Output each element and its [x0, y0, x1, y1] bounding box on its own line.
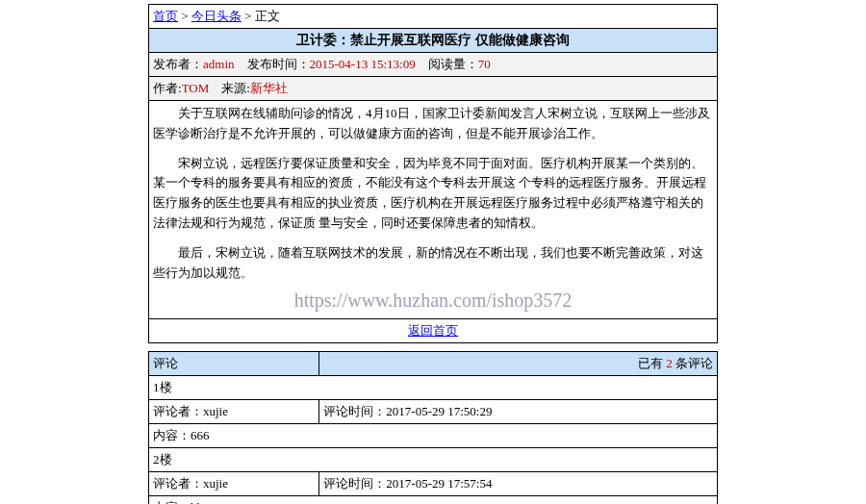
article-paragraph: 宋树立说，远程医疗要保证质量和安全，因为毕竟不同于面对面。医疗机构开展某一个类别…	[153, 154, 713, 234]
article-body: 关于互联网在线辅助问诊的情况，4月10日，国家卫计委新闻发言人宋树立说，互联网上…	[149, 101, 718, 319]
publish-meta: 发布者：admin 发布时间：2015-04-13 15:13:09 阅读量：7…	[149, 53, 718, 77]
comment-floor: 1楼	[149, 376, 718, 400]
comment-time: 评论时间：2017-05-29 17:57:54	[319, 472, 718, 496]
source-name: 新华社	[250, 81, 288, 95]
article-paragraph: 关于互联网在线辅助问诊的情况，4月10日，国家卫计委新闻发言人宋树立说，互联网上…	[153, 104, 713, 144]
comment-user: 评论者：xujie	[149, 400, 319, 424]
comment-time: 评论时间：2017-05-29 17:50:29	[319, 400, 718, 424]
read-count: 70	[478, 57, 491, 71]
comment-floor: 2楼	[149, 448, 718, 472]
breadcrumb-current: 正文	[255, 9, 280, 23]
breadcrumb-sep: >	[178, 9, 191, 23]
author-name: TOM	[182, 81, 210, 95]
comments-panel: 评论 已有 2 条评论 1楼 评论者：xujie 评论时间：2017-05-29…	[148, 351, 718, 504]
source-label: 来源:	[221, 81, 250, 95]
article-title: 卫计委：禁止开展互联网医疗 仅能做健康咨询	[149, 29, 718, 53]
publisher-name: admin	[203, 57, 235, 71]
comments-count-prefix: 已有	[638, 356, 666, 370]
watermark-text: https://www.huzhan.com/ishop3572	[153, 285, 713, 315]
article-paragraph: 最后，宋树立说，随着互联网技术的发展，新的情况在不断出现，我们也要不断完善政策，…	[153, 243, 713, 284]
publish-time-label: 发布时间：	[247, 57, 310, 71]
publisher-label: 发布者：	[153, 57, 203, 71]
comment-content: 内容：666	[149, 424, 718, 448]
breadcrumb: 首页 > 今日头条 > 正文	[149, 5, 718, 29]
read-label: 阅读量：	[428, 57, 478, 71]
breadcrumb-home-link[interactable]: 首页	[153, 9, 178, 23]
comments-count-cell: 已有 2 条评论	[319, 352, 718, 376]
publish-time: 2015-04-13 15:13:09	[310, 57, 416, 71]
comment-user: 评论者：xujie	[149, 472, 319, 496]
author-label: 作者:	[153, 81, 182, 95]
comment-content: 内容：hh	[149, 496, 718, 504]
comments-heading: 评论	[149, 352, 319, 376]
author-source-meta: 作者:TOM 来源:新华社	[149, 77, 718, 101]
article-panel: 首页 > 今日头条 > 正文 卫计委：禁止开展互联网医疗 仅能做健康咨询 发布者…	[148, 4, 718, 343]
breadcrumb-sep: >	[242, 9, 255, 23]
breadcrumb-category-link[interactable]: 今日头条	[191, 9, 242, 23]
back-home-cell: 返回首页	[149, 319, 718, 343]
comments-count-suffix: 条评论	[673, 356, 713, 370]
back-home-link[interactable]: 返回首页	[408, 323, 458, 338]
